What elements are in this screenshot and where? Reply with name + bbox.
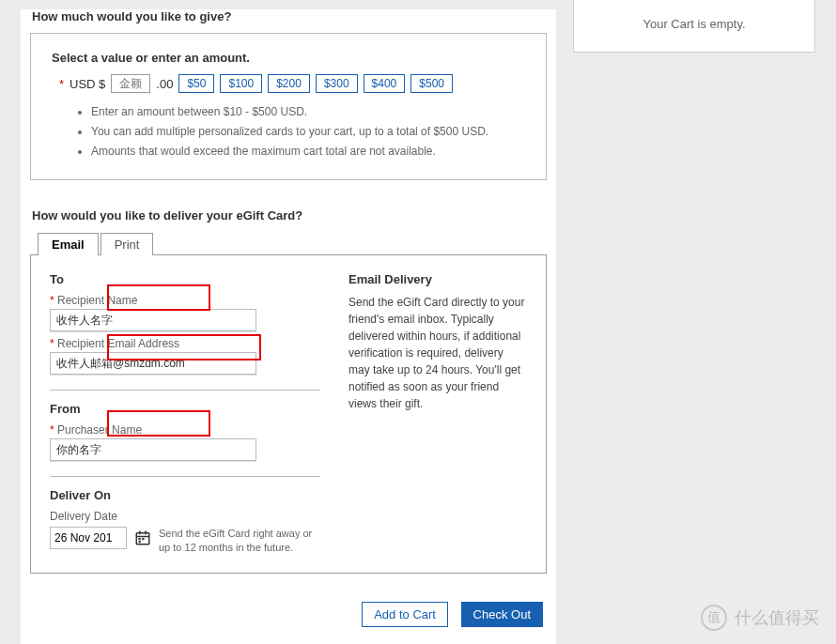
- cart-sidebar: Your Cart is empty.: [573, 0, 815, 53]
- purchaser-name-label: * Purchaser Name: [50, 423, 320, 437]
- check-out-button[interactable]: Check Out: [461, 602, 543, 627]
- amount-rule: Amounts that would exceed the maximum ca…: [91, 144, 525, 160]
- amount-preset-200[interactable]: $200: [268, 74, 310, 93]
- svg-rect-2: [139, 531, 141, 535]
- amount-preset-300[interactable]: $300: [316, 74, 358, 93]
- amount-box: Select a value or enter an amount. * USD…: [30, 33, 547, 180]
- amount-input[interactable]: [111, 74, 150, 93]
- delivery-tabs: Email Print: [38, 232, 556, 254]
- cents-label: .00: [156, 77, 173, 91]
- recipient-email-label: * Recipient Email Address: [50, 337, 320, 350]
- to-heading: To: [50, 272, 320, 286]
- watermark-icon: 值: [701, 605, 727, 631]
- delivery-note: Send the eGift Card right away or up to …: [159, 527, 320, 554]
- tab-content-email: To * Recipient Name * Recipient Email Ad…: [30, 254, 547, 574]
- purchaser-name-input[interactable]: [50, 438, 256, 461]
- divider: [50, 476, 320, 477]
- main-form: How much would you like to give? Select …: [21, 9, 556, 644]
- svg-rect-6: [139, 541, 141, 543]
- recipient-name-label: * Recipient Name: [50, 294, 320, 307]
- currency-label: USD $: [70, 77, 105, 91]
- action-buttons: Add to Cart Check Out: [21, 602, 543, 627]
- from-heading: From: [50, 402, 320, 416]
- watermark: 值 什么值得买: [701, 605, 819, 631]
- delivery-section-title: How would you like to deliver your eGift…: [32, 208, 556, 222]
- svg-rect-3: [145, 531, 147, 535]
- recipient-name-input[interactable]: [50, 309, 256, 331]
- calendar-icon[interactable]: [134, 529, 151, 546]
- svg-rect-5: [142, 538, 144, 540]
- cart-empty-text: Your Cart is empty.: [642, 17, 745, 31]
- required-asterisk: *: [59, 77, 64, 91]
- watermark-text: 什么值得买: [735, 606, 819, 629]
- tab-print[interactable]: Print: [101, 233, 154, 255]
- add-to-cart-button[interactable]: Add to Cart: [362, 602, 448, 627]
- amount-section-title: How much would you like to give?: [32, 9, 556, 23]
- amount-preset-50[interactable]: $50: [178, 74, 214, 93]
- amount-preset-500[interactable]: $500: [410, 74, 453, 93]
- delivery-date-row: Send the eGift Card right away or up to …: [50, 527, 320, 554]
- info-column: Email Delivery Send the eGift Card direc…: [348, 272, 527, 554]
- tab-email[interactable]: Email: [38, 233, 99, 255]
- amount-rule: Enter an amount between $10 - $500 USD.: [91, 104, 525, 120]
- delivery-date-input[interactable]: [50, 527, 127, 549]
- email-delivery-heading: Email Delivery: [348, 272, 527, 286]
- email-delivery-desc: Send the eGift Card directly to your fri…: [348, 294, 527, 412]
- amount-preset-400[interactable]: $400: [364, 74, 406, 93]
- amount-rule: You can add multiple personalized cards …: [91, 124, 525, 140]
- amount-header: Select a value or enter an amount.: [52, 51, 525, 65]
- divider: [50, 390, 320, 391]
- delivery-date-label: Delivery Date: [50, 510, 320, 523]
- amount-row: * USD $ .00 $50 $100 $200 $300 $400 $500: [59, 74, 525, 93]
- svg-rect-4: [139, 538, 141, 540]
- form-column: To * Recipient Name * Recipient Email Ad…: [50, 272, 320, 554]
- deliver-on-heading: Deliver On: [50, 488, 320, 502]
- recipient-email-input[interactable]: [50, 352, 256, 375]
- amount-rules-list: Enter an amount between $10 - $500 USD. …: [91, 104, 525, 159]
- amount-preset-100[interactable]: $100: [220, 74, 262, 93]
